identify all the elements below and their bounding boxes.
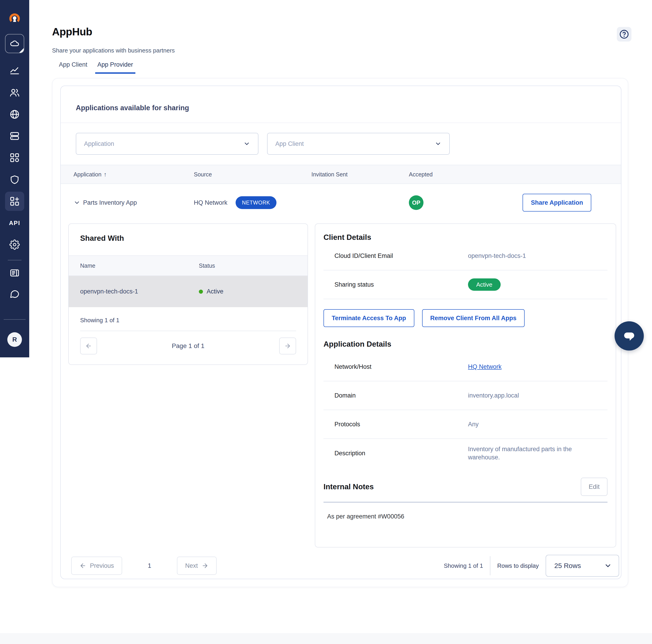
field-row-domain: Domain inventory.app.local xyxy=(324,381,607,410)
active-dot-icon xyxy=(199,289,203,294)
field-label: Domain xyxy=(334,392,468,399)
tab-app-client[interactable]: App Client xyxy=(59,61,87,74)
chevron-down-icon xyxy=(435,140,441,147)
page: API R AppHub Share your application xyxy=(0,0,652,644)
sidebar-divider xyxy=(8,260,22,260)
showing-count: Showing 1 of 1 xyxy=(444,562,483,569)
application-details-title: Application Details xyxy=(324,340,616,348)
sidebar-item-cloud[interactable] xyxy=(5,34,24,53)
chevron-down-icon xyxy=(243,140,250,147)
field-value: Inventory of manufactured parts in the w… xyxy=(468,445,600,461)
client-name: openvpn-tech-docs-1 xyxy=(80,288,199,295)
client-status: Active xyxy=(199,288,223,295)
sidebar-item-hosts[interactable] xyxy=(5,127,24,146)
arrow-right-icon xyxy=(284,342,291,349)
page-subtitle: Share your applications with business pa… xyxy=(52,47,175,54)
application-filter-select[interactable]: Application xyxy=(76,133,259,155)
network-link[interactable]: HQ Network xyxy=(468,363,501,370)
field-row-sharing-status: Sharing status Active xyxy=(324,271,607,299)
accepted-op-badge: OP xyxy=(409,195,424,210)
sidebar-divider xyxy=(4,319,26,320)
sidebar-item-insights[interactable] xyxy=(5,61,24,80)
chat-bubble-icon xyxy=(622,328,637,343)
column-accepted: Accepted xyxy=(409,171,521,178)
sort-ascending-icon: ↑ xyxy=(104,171,107,178)
application-row-expander[interactable]: Parts Inventory App xyxy=(74,199,194,206)
remove-client-button[interactable]: Remove Client From All Apps xyxy=(422,309,525,327)
cloud-corner-flag xyxy=(19,48,24,53)
sidebar-item-networks[interactable] xyxy=(5,105,24,124)
client-details-title: Client Details xyxy=(324,233,616,242)
field-label: Cloud ID/Client Email xyxy=(334,252,468,259)
column-name: Name xyxy=(80,262,199,269)
sidebar-item-settings[interactable] xyxy=(5,235,24,254)
filters-row: Application App Client xyxy=(76,133,450,155)
divider xyxy=(490,556,490,575)
sidebar-item-applications[interactable] xyxy=(5,148,24,167)
footer-pagination: Previous 1 Next xyxy=(71,557,217,575)
divider xyxy=(61,122,621,123)
api-label: API xyxy=(9,220,20,227)
terminate-access-button[interactable]: Terminate Access To App xyxy=(324,309,414,327)
table-footer: Previous 1 Next Showing 1 of 1 Rows to d… xyxy=(71,554,619,577)
sharing-card-title: Applications available for sharing xyxy=(76,104,189,112)
next-page-button[interactable] xyxy=(279,338,296,355)
apphub-provider-panel: Applications available for sharing Appli… xyxy=(52,78,628,587)
shared-with-row[interactable]: openvpn-tech-docs-1 Active xyxy=(69,276,307,307)
rows-to-display-label: Rows to display xyxy=(497,562,539,569)
avatar-initial: R xyxy=(12,336,17,343)
active-status-badge: Active xyxy=(468,278,501,291)
source-name: HQ Network xyxy=(194,199,227,206)
rows-per-page-select[interactable]: 25 Rows xyxy=(546,555,619,577)
divider xyxy=(80,331,296,331)
application-name: Parts Inventory App xyxy=(83,199,137,206)
field-row-protocols: Protocols Any xyxy=(324,410,607,439)
sidebar-item-apphub[interactable] xyxy=(5,192,24,211)
rows-per-page-value: 25 Rows xyxy=(554,562,581,569)
tab-app-provider[interactable]: App Provider xyxy=(98,61,133,74)
column-application[interactable]: Application ↑ xyxy=(74,171,194,178)
client-actions: Terminate Access To App Remove Client Fr… xyxy=(324,309,607,327)
field-value: inventory.app.local xyxy=(468,392,519,399)
applications-sharing-card: Applications available for sharing Appli… xyxy=(60,86,621,579)
page-title: AppHub xyxy=(52,26,92,38)
user-avatar[interactable]: R xyxy=(7,332,22,347)
field-row-network-host: Network/Host HQ Network xyxy=(324,353,607,381)
edit-notes-button[interactable]: Edit xyxy=(581,478,607,496)
help-button[interactable] xyxy=(617,27,631,41)
sidebar-item-news[interactable] xyxy=(5,263,24,282)
internal-note-text: As per agreement #W00056 xyxy=(327,513,616,520)
tab-bar: App Client App Provider xyxy=(59,61,133,74)
page-number[interactable]: 1 xyxy=(145,562,154,569)
accepted-cell: OP xyxy=(409,195,521,210)
app-client-filter-select[interactable]: App Client xyxy=(267,133,450,155)
openvpn-logo-icon xyxy=(5,9,24,29)
field-label: Network/Host xyxy=(334,363,468,370)
internal-notes-header: Internal Notes Edit xyxy=(324,478,607,496)
chat-widget-button[interactable] xyxy=(615,321,644,351)
next-button[interactable]: Next xyxy=(177,557,217,575)
previous-page-button[interactable] xyxy=(80,338,97,355)
share-application-button[interactable]: Share Application xyxy=(522,194,591,212)
arrow-right-icon xyxy=(201,562,209,569)
field-value: Any xyxy=(468,421,479,428)
column-invitation-sent: Invitation Sent xyxy=(311,171,409,178)
sidebar-item-users[interactable] xyxy=(5,83,24,102)
internal-notes-title: Internal Notes xyxy=(324,482,374,491)
column-status: Status xyxy=(199,262,215,269)
shared-with-card: Shared With Name Status openvpn-tech-doc… xyxy=(68,223,308,365)
chevron-down-icon xyxy=(604,562,612,569)
question-circle-icon xyxy=(619,29,629,39)
application-table-row: Parts Inventory App HQ Network NETWORK O… xyxy=(61,184,621,221)
column-source: Source xyxy=(194,171,311,178)
page-bottom-strip xyxy=(0,633,652,644)
sidebar-item-shield[interactable] xyxy=(5,170,24,189)
network-badge: NETWORK xyxy=(236,196,276,209)
sidebar-item-api[interactable]: API xyxy=(5,213,24,232)
previous-button[interactable]: Previous xyxy=(71,557,122,575)
footer-rows-controls: Showing 1 of 1 Rows to display 25 Rows xyxy=(444,555,619,577)
sidebar-item-support-chat[interactable] xyxy=(5,284,24,304)
application-filter-placeholder: Application xyxy=(84,140,114,147)
field-value: openvpn-tech-docs-1 xyxy=(468,252,526,259)
field-row-cloud-id: Cloud ID/Client Email openvpn-tech-docs-… xyxy=(324,242,607,271)
